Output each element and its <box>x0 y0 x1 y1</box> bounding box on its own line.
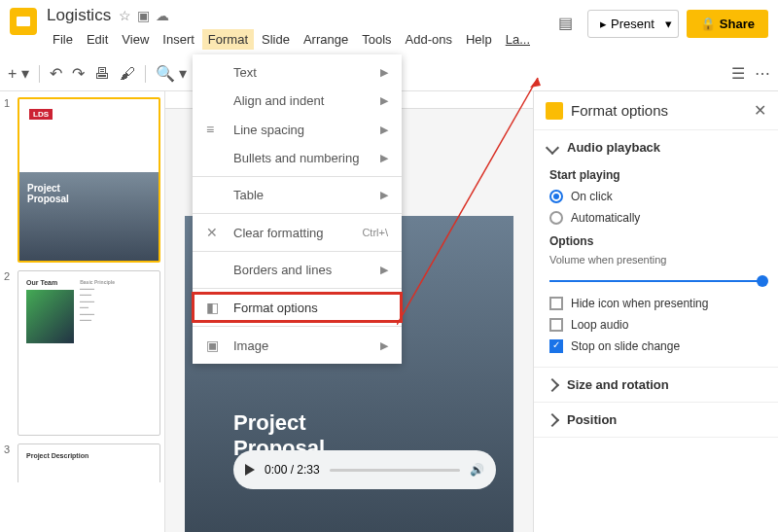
layout-icon[interactable]: ☰ <box>731 64 745 83</box>
audio-player[interactable]: 0:00 / 2:33 🔊 <box>233 450 496 489</box>
panel-title: Format options <box>571 102 746 119</box>
menu-bullets[interactable]: Bullets and numbering▶ <box>193 144 402 172</box>
doc-title[interactable]: Logistics <box>47 6 111 25</box>
menu-edit[interactable]: Edit <box>81 29 114 50</box>
options-label: Options <box>549 234 764 248</box>
print-icon[interactable]: 🖶 <box>94 65 110 83</box>
player-time: 0:00 / 2:33 <box>265 463 320 477</box>
slides-logo <box>10 8 37 35</box>
thumbnail-3[interactable]: 3 Project Description <box>4 443 160 482</box>
menu-addons[interactable]: Add-ons <box>400 29 458 50</box>
comment-icon[interactable]: ▤ <box>558 14 580 35</box>
play-icon[interactable] <box>245 464 255 476</box>
check-loop[interactable]: Loop audio <box>549 314 764 336</box>
redo-icon[interactable]: ↷ <box>72 64 85 83</box>
cloud-icon[interactable]: ☁ <box>156 8 169 23</box>
chevron-down-icon <box>546 140 559 154</box>
menu-format[interactable]: Format <box>202 29 254 50</box>
menu-last[interactable]: La... <box>500 29 536 50</box>
share-button[interactable]: 🔒 Share <box>687 10 768 38</box>
lds-badge: LDS <box>29 109 53 120</box>
menubar: File Edit View Insert Format Slide Arran… <box>47 29 558 50</box>
menu-table[interactable]: Table▶ <box>193 181 402 209</box>
volume-slider[interactable] <box>549 273 764 289</box>
menu-insert[interactable]: Insert <box>157 29 200 50</box>
menu-help[interactable]: Help <box>460 29 498 50</box>
size-rotation-section[interactable]: Size and rotation <box>548 377 764 392</box>
menu-file[interactable]: File <box>47 29 79 50</box>
audio-playback-section[interactable]: Audio playback <box>548 140 764 155</box>
radio-on-click[interactable]: On click <box>549 186 764 207</box>
paint-format-icon[interactable]: 🖌 <box>120 65 135 83</box>
menu-slide[interactable]: Slide <box>256 29 296 50</box>
format-options-panel: Format options ✕ Audio playback Start pl… <box>533 91 778 532</box>
player-track[interactable] <box>330 469 460 472</box>
slide-thumbnails: 1 LDS ProjectProposal 2 Our Team Basic P… <box>0 91 165 532</box>
menu-format-options[interactable]: ◧Format options <box>193 293 402 322</box>
new-slide-button[interactable]: + ▾ <box>8 64 29 83</box>
chevron-right-icon <box>546 412 559 426</box>
close-icon[interactable]: ✕ <box>754 101 766 120</box>
menu-image[interactable]: ▣Image▶ <box>193 331 402 360</box>
menu-view[interactable]: View <box>116 29 155 50</box>
zoom-icon[interactable]: 🔍 ▾ <box>156 64 187 83</box>
check-stop[interactable]: Stop on slide change <box>549 336 764 357</box>
menu-borders[interactable]: Borders and lines▶ <box>193 256 402 284</box>
present-dropdown[interactable]: ▾ <box>659 10 679 38</box>
check-hide-icon[interactable]: Hide icon when presenting <box>549 293 764 314</box>
star-icon[interactable]: ☆ <box>119 8 131 23</box>
chevron-right-icon <box>546 377 559 391</box>
format-options-icon <box>546 102 563 120</box>
radio-automatically[interactable]: Automatically <box>549 207 764 229</box>
thumbnail-2[interactable]: 2 Our Team Basic Principle━━━━━━━━━━━━━━… <box>4 270 160 436</box>
menu-tools[interactable]: Tools <box>356 29 397 50</box>
menu-arrange[interactable]: Arrange <box>298 29 354 50</box>
menu-text[interactable]: Text▶ <box>193 58 402 87</box>
move-icon[interactable]: ▣ <box>137 8 150 23</box>
format-dropdown-menu: Text▶ Align and indent▶ ≡Line spacing▶ B… <box>193 54 402 364</box>
menu-clear-formatting[interactable]: ✕Clear formattingCtrl+\ <box>193 218 402 247</box>
present-button[interactable]: ▸ Present <box>587 10 667 38</box>
volume-label: Volume when presenting <box>549 254 764 266</box>
volume-icon[interactable]: 🔊 <box>470 463 484 477</box>
menu-line-spacing[interactable]: ≡Line spacing▶ <box>193 115 402 144</box>
thumbnail-1[interactable]: 1 LDS ProjectProposal <box>4 97 160 263</box>
undo-icon[interactable]: ↶ <box>50 64 62 83</box>
position-section[interactable]: Position <box>548 412 764 427</box>
menu-align[interactable]: Align and indent▶ <box>193 87 402 115</box>
more-icon[interactable]: ⋯ <box>755 64 770 83</box>
start-playing-label: Start playing <box>549 168 764 182</box>
